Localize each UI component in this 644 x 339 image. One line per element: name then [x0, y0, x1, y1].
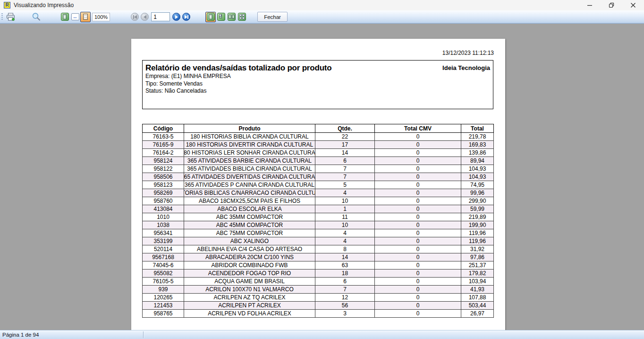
report-meta-tipo: Tipo: Somente Vendas [145, 80, 490, 88]
cell-codigo: 958124 [143, 157, 184, 165]
cell-produto: ACQUA GAME DM BRASIL [184, 278, 315, 286]
cell-cmv: 0 [375, 261, 461, 269]
restore-button[interactable] [601, 0, 622, 10]
cell-qtde: 4 [315, 189, 375, 197]
cell-qtde: 11 [315, 213, 375, 221]
header-qtde: Qtde. [315, 124, 375, 133]
cell-cmv: 0 [375, 173, 461, 181]
cell-codigo: 956341 [143, 229, 184, 237]
page-status: Página 1 de 94 [0, 332, 39, 338]
cell-total: 503,44 [461, 302, 494, 310]
close-icon [630, 2, 636, 8]
cell-produto: ABC XALINGO [184, 237, 315, 245]
fit-width-button[interactable]: ↔ [70, 12, 80, 22]
header-codigo: Código [143, 124, 184, 133]
cell-total: 99,96 [461, 189, 494, 197]
close-button[interactable] [622, 0, 644, 10]
cell-produto: 365 ATIVIDADES BARBIE CIRANDA CULTURAL [184, 157, 315, 165]
zoom-tool-button[interactable] [31, 12, 42, 22]
cell-cmv: 0 [375, 149, 461, 157]
table-row: 958124365 ATIVIDADES BARBIE CIRANDA CULT… [143, 157, 494, 165]
cell-qtde: 6 [315, 157, 375, 165]
cell-cmv: 0 [375, 294, 461, 302]
cell-codigo: 76163-5 [143, 133, 184, 141]
cell-produto: 180 HISTORIAS LER SONHAR CIRANDA CULTURA… [184, 149, 315, 157]
cell-cmv: 0 [375, 237, 461, 245]
four-pages-view-icon [238, 13, 246, 21]
table-row: 76105-5ACQUA GAME DM BRASIL60103,94 [143, 278, 494, 286]
cell-total: 31,92 [461, 245, 494, 253]
minimize-icon [587, 2, 593, 8]
actual-size-button[interactable] [80, 12, 91, 22]
next-page-button[interactable] [172, 13, 180, 21]
cell-cmv: 0 [375, 181, 461, 189]
cell-total: 104,93 [461, 165, 494, 173]
preview-workspace[interactable]: 13/12/2023 11:12:13 Relatório de vendas/… [0, 24, 644, 330]
cell-qtde: 5 [315, 181, 375, 189]
cell-total: 251,37 [461, 261, 494, 269]
cell-cmv: 0 [375, 245, 461, 253]
cell-codigo: 1038 [143, 221, 184, 229]
cell-codigo: 939 [143, 286, 184, 294]
cell-qtde: 18 [315, 269, 375, 278]
cell-codigo: 958269 [143, 189, 184, 197]
cell-total: 59,99 [461, 205, 494, 213]
next-page-icon [175, 15, 178, 19]
cell-total: 299,90 [461, 197, 494, 205]
single-page-view-icon [207, 13, 215, 21]
cell-qtde: 6 [315, 278, 375, 286]
page-number-input[interactable] [151, 12, 170, 21]
cell-qtde: 4 [315, 229, 375, 237]
window-controls [579, 0, 644, 10]
cell-total: 119,96 [461, 229, 494, 237]
cell-produto: 365 ATIVIDADES P CANINA CIRANDA CULTURAL [184, 181, 315, 189]
titlebar: R Visualizando Impressão [0, 0, 644, 10]
cell-cmv: 0 [375, 197, 461, 205]
magnifier-icon [32, 12, 41, 21]
toolbar-grip[interactable] [1, 13, 3, 21]
cell-produto: ABC 35MM COMPACTOR [184, 213, 315, 221]
cell-produto: ABC 75MM COMPACTOR [184, 229, 315, 237]
last-page-button[interactable] [182, 13, 190, 21]
cell-cmv: 0 [375, 141, 461, 149]
cell-cmv: 0 [375, 189, 461, 197]
two-pages-view-button[interactable] [226, 12, 237, 22]
cell-total: 139,86 [461, 149, 494, 157]
cell-produto: HISTORIAS BIBLICAS C/NARRACAO CIRANDA CU… [184, 189, 315, 197]
company-name: Ideia Tecnologia [442, 64, 490, 71]
cell-qtde: 10 [315, 221, 375, 229]
close-preview-button[interactable]: Fechar [257, 12, 288, 22]
cell-qtde: 14 [315, 149, 375, 157]
print-button[interactable] [5, 12, 17, 22]
cell-produto: ABELINHA EVA C/4 CASA DO ARTESAO [184, 245, 315, 253]
statusbar-divider [143, 331, 144, 338]
table-row: 1038ABC 45MM COMPACTOR100199,90 [143, 221, 494, 229]
window-title: Visualizando Impressão [14, 2, 74, 9]
view-mode-group [205, 12, 247, 22]
table-row: 958765ACRILPEN VD FOLHA ACRILEX3026,97 [143, 310, 494, 318]
cell-qtde: 63 [315, 261, 375, 269]
cell-qtde: 1 [315, 205, 375, 213]
cell-codigo: 520114 [143, 245, 184, 253]
whole-page-view-button[interactable] [216, 12, 226, 22]
report-meta-status: Status: Não Canceladas [145, 87, 490, 95]
cell-produto: ACRILPEN VD FOLHA ACRILEX [184, 310, 315, 318]
cell-cmv: 0 [375, 229, 461, 237]
single-page-view-button[interactable] [205, 12, 216, 22]
cell-total: 26,97 [461, 310, 494, 318]
first-page-button[interactable] [131, 13, 139, 21]
minimize-button[interactable] [579, 0, 601, 10]
cell-produto: 180 HISTORIAS BIBLIA CIRANDA CULTURAL [184, 133, 315, 141]
table-row: 520114ABELINHA EVA C/4 CASA DO ARTESAO80… [143, 245, 494, 253]
table-row: 353199ABC XALINGO40119,96 [143, 237, 494, 245]
prev-page-button[interactable] [141, 13, 149, 21]
cell-cmv: 0 [375, 278, 461, 286]
cell-produto: ACENDEDOR FOGAO TOP RIO [184, 269, 315, 278]
fit-page-button[interactable] [59, 12, 70, 22]
cell-codigo: 74045-6 [143, 261, 184, 269]
report-title: Relatório de vendas/saídas totalizado po… [145, 63, 331, 73]
zoom-level: 100% [92, 13, 110, 21]
table-row: 413084ABACO ESCOLAR ELKA1059,99 [143, 205, 494, 213]
four-pages-view-button[interactable] [237, 12, 247, 22]
table-row: 958506365 ATIVIDADES DIVERTIDAS CIRANDA … [143, 173, 494, 181]
